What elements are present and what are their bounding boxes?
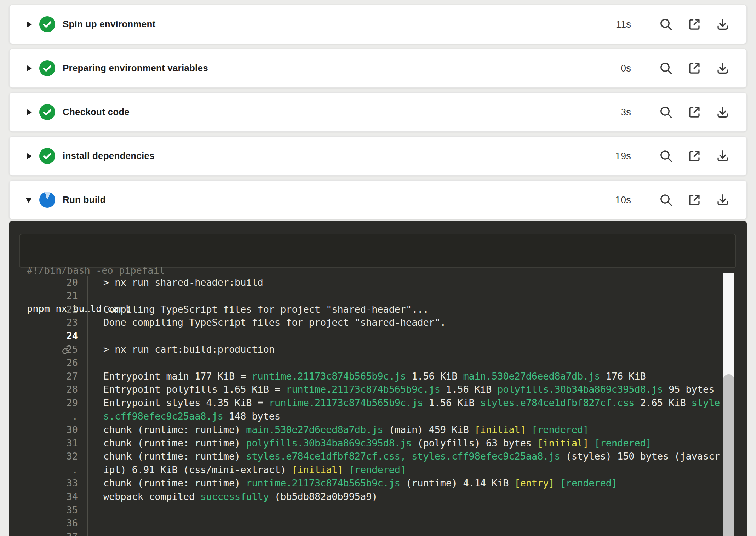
line-number[interactable]: 21 <box>9 289 78 303</box>
line-number[interactable]: 34 <box>9 490 78 503</box>
log-row: 29Entrypoint styles 4.35 KiB = runtime.2… <box>9 396 747 410</box>
step-duration: 0s <box>620 63 631 74</box>
expand-caret-icon[interactable] <box>26 108 34 117</box>
download-icon[interactable] <box>715 60 731 76</box>
line-number[interactable]: 32 <box>9 450 78 463</box>
download-icon[interactable] <box>715 148 731 164</box>
line-number[interactable]: 36 <box>9 517 78 530</box>
log-row: .s.cff98efec9c25aa8.js 148 bytes <box>9 410 747 423</box>
search-icon[interactable] <box>658 192 674 208</box>
gutter-divider <box>87 410 88 423</box>
log-row: 27Entrypoint main 177 KiB = runtime.2117… <box>9 370 747 383</box>
log-line-text: Done compiling TypeScript files for proj… <box>103 316 446 329</box>
log-line-text: Compiling TypeScript files for project "… <box>103 303 429 316</box>
log-row: 22Compiling TypeScript files for project… <box>9 303 747 316</box>
step-duration: 11s <box>616 19 631 30</box>
step-title: Spin up environment <box>63 19 155 30</box>
gutter-divider <box>87 477 88 490</box>
search-icon[interactable] <box>658 16 674 33</box>
gutter-divider <box>87 276 88 289</box>
step-title: install dependencies <box>63 150 155 161</box>
gutter-divider <box>87 316 88 329</box>
line-link-icon[interactable] <box>39 331 49 341</box>
line-number[interactable]: 35 <box>9 503 78 517</box>
open-in-new-icon[interactable] <box>686 192 703 208</box>
line-number[interactable]: 30 <box>9 423 78 437</box>
gutter-divider <box>87 289 88 303</box>
expand-caret-icon[interactable] <box>26 20 34 29</box>
log-rows: 20> nx run shared-header:build2122Compil… <box>9 268 747 536</box>
line-number[interactable]: 27 <box>9 370 78 383</box>
running-status-icon <box>39 192 55 208</box>
step-card[interactable]: Checkout code 3s <box>9 92 747 132</box>
line-number[interactable]: 28 <box>9 383 78 396</box>
search-icon[interactable] <box>658 60 674 76</box>
log-scrollbar-thumb[interactable] <box>723 374 734 536</box>
open-in-new-icon[interactable] <box>686 104 703 120</box>
log-line-text: chunk (runtime: runtime) styles.e784ce1d… <box>103 450 720 463</box>
log-row: 25> nx run cart:build:production <box>9 343 747 356</box>
gutter-divider <box>87 370 88 383</box>
gutter-divider <box>87 423 88 437</box>
line-number[interactable]: 31 <box>9 437 78 450</box>
log-row: 30chunk (runtime: runtime) main.530e27d6… <box>9 423 747 437</box>
step-duration: 19s <box>615 150 631 162</box>
gutter-divider <box>87 329 88 343</box>
log-row: .ipt) 6.91 KiB (css/mini-extract) [initi… <box>9 463 747 477</box>
gutter-divider <box>87 303 88 316</box>
line-number[interactable]: 26 <box>9 356 78 370</box>
line-number[interactable]: 22 <box>9 303 78 316</box>
gutter-divider <box>87 356 88 370</box>
download-icon[interactable] <box>715 16 731 33</box>
log-line-text: chunk (runtime: runtime) main.530e27d6ee… <box>103 423 589 437</box>
log-row: 28Entrypoint polyfills 1.65 KiB = runtim… <box>9 383 747 396</box>
step-card[interactable]: install dependencies 19s <box>9 136 747 176</box>
log-row: 37 <box>9 530 747 536</box>
search-icon[interactable] <box>658 104 674 120</box>
step-title: Preparing environment variables <box>63 63 208 74</box>
command-box: #!/bin/bash -eo pipefail pnpm nx build c… <box>19 234 736 268</box>
line-number[interactable]: 25 <box>9 343 78 356</box>
expand-caret-icon[interactable] <box>26 195 34 205</box>
log-line-text: chunk (runtime: runtime) polyfills.30b34… <box>103 437 652 450</box>
line-number[interactable]: 23 <box>9 316 78 329</box>
step-card[interactable]: Spin up environment 11s <box>9 5 747 44</box>
open-in-new-icon[interactable] <box>686 16 703 33</box>
log-line-text: > nx run cart:build:production <box>103 343 275 356</box>
line-number[interactable]: 33 <box>9 477 78 490</box>
download-icon[interactable] <box>715 192 731 208</box>
build-steps-page: Spin up environment 11s Preparing enviro… <box>0 0 756 536</box>
search-icon[interactable] <box>658 148 674 164</box>
log-row: 20> nx run shared-header:build <box>9 276 747 289</box>
log-row: 33chunk (runtime: runtime) runtime.21173… <box>9 477 747 490</box>
line-number[interactable]: 37 <box>9 530 78 536</box>
line-number[interactable]: 20 <box>9 276 78 289</box>
line-number[interactable]: . <box>9 463 78 477</box>
log-scrollbar-track[interactable] <box>723 273 734 536</box>
log-row: 31chunk (runtime: runtime) polyfills.30b… <box>9 437 747 450</box>
line-number[interactable]: . <box>9 410 78 423</box>
step-duration: 3s <box>620 107 631 118</box>
check-circle-icon <box>39 148 55 164</box>
step-title: Run build <box>63 194 106 205</box>
open-in-new-icon[interactable] <box>686 148 703 164</box>
log-row: 26 <box>9 356 747 370</box>
step-duration: 10s <box>615 194 631 206</box>
step-card[interactable]: Run build 10s <box>9 180 747 219</box>
gutter-divider <box>87 343 88 356</box>
step-title: Checkout code <box>63 107 130 118</box>
log-row: 32chunk (runtime: runtime) styles.e784ce… <box>9 450 747 463</box>
log-row: 34webpack compiled successfully (bb5db88… <box>9 490 747 503</box>
line-number[interactable]: 29 <box>9 396 78 410</box>
log-line-text: Entrypoint main 177 KiB = runtime.21173c… <box>103 370 646 383</box>
check-circle-icon <box>39 60 55 76</box>
download-icon[interactable] <box>715 104 731 120</box>
open-in-new-icon[interactable] <box>686 60 703 76</box>
step-card[interactable]: Preparing environment variables 0s <box>9 49 747 88</box>
gutter-divider <box>87 450 88 463</box>
expand-caret-icon[interactable] <box>26 152 34 161</box>
gutter-divider <box>87 463 88 477</box>
gutter-divider <box>87 383 88 396</box>
expand-caret-icon[interactable] <box>26 64 34 73</box>
log-row: 36 <box>9 517 747 530</box>
